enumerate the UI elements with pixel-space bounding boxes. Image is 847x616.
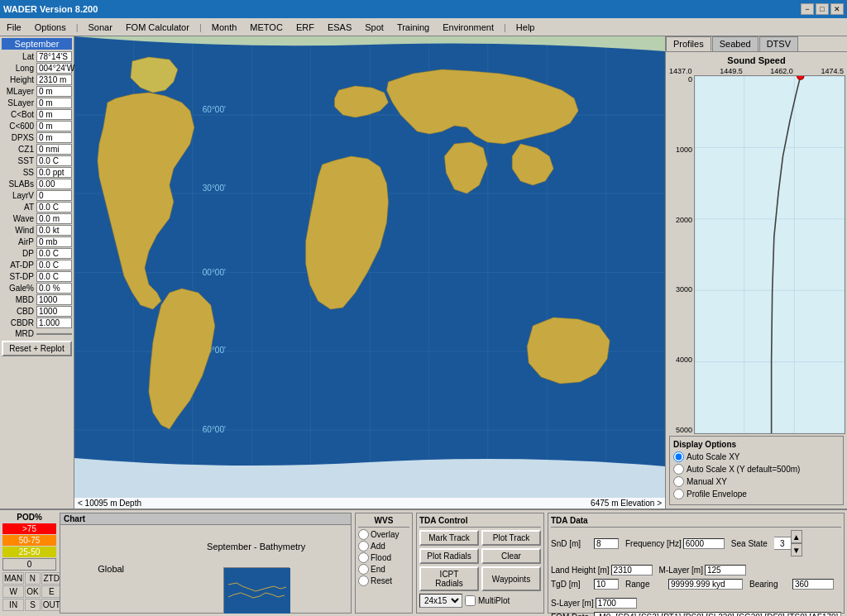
menu-bar: File Options | Sonar FOM Calculator | Mo…	[0, 18, 847, 36]
wvs-overlay-radio[interactable]	[358, 529, 369, 540]
radio-auto-xy: Auto Scale XY	[673, 451, 840, 462]
sea-state-down[interactable]: ▼	[791, 543, 802, 556]
bearing-input[interactable]	[792, 579, 834, 590]
mlayer-input[interactable]	[705, 565, 746, 575]
frequency-input[interactable]	[683, 538, 725, 549]
menu-month[interactable]: Month	[208, 21, 241, 33]
frequency-row: Frequency [Hz]	[625, 530, 725, 556]
info-value-21: 1000	[36, 294, 72, 305]
svg-text:30°00': 30°00'	[203, 184, 226, 193]
svg-text:00°00': 00°00'	[203, 268, 226, 277]
ss-x-label-3: 1474.5	[821, 67, 844, 75]
pod-cell-n[interactable]: N	[25, 572, 40, 585]
menu-help[interactable]: Help	[513, 21, 538, 33]
maximize-button[interactable]: □	[816, 3, 829, 15]
ss-x-axis: 1437.0 1449.5 1462.0 1474.5	[668, 67, 845, 75]
clear-button[interactable]: Clear	[481, 548, 541, 564]
tda-select[interactable]: 24x15	[419, 594, 462, 608]
menu-erf[interactable]: ERF	[293, 21, 318, 33]
bearing-label: Bearing	[749, 580, 791, 589]
info-value-3: 0 m	[36, 86, 72, 97]
minimize-button[interactable]: −	[801, 3, 814, 15]
radio-profile-envelope-label: Profile Envelope	[687, 489, 747, 499]
sound-speed-title: Sound Speed	[668, 54, 845, 67]
tab-dtsv[interactable]: DTSV	[759, 36, 798, 51]
info-row-height: Height2310 m	[2, 74, 72, 85]
info-label-1: Long	[2, 64, 36, 73]
close-button[interactable]: ✕	[830, 3, 844, 15]
right-panel: Profiles Seabed DTSV Sound Speed 1437.0 …	[665, 36, 847, 509]
menu-environment[interactable]: Environment	[439, 21, 497, 33]
reset-replot-button[interactable]: Reset + Replot	[2, 341, 72, 356]
chart-title[interactable]: September - Bathymetry	[203, 525, 309, 567]
freq-label: Frequency [Hz]	[625, 539, 682, 548]
wvs-add-radio[interactable]	[358, 541, 369, 552]
plot-track-button[interactable]: Plot Track	[481, 530, 541, 546]
menu-esas[interactable]: ESAS	[324, 21, 355, 33]
wvs-end: End	[358, 564, 409, 575]
menu-spot[interactable]: Spot	[361, 21, 387, 33]
pod-section: POD% >75 50-75 25-50 0 MAN N ZTD W OK E …	[2, 513, 56, 614]
land-height-input[interactable]	[611, 565, 653, 575]
menu-fom[interactable]: FOM Calculator	[122, 21, 193, 33]
snd-input[interactable]	[594, 538, 619, 549]
info-value-24	[36, 333, 72, 335]
menu-options[interactable]: Options	[31, 21, 69, 33]
wvs-flood-label: Flood	[371, 553, 391, 562]
menu-metoc[interactable]: METOC	[246, 21, 286, 33]
tgd-row: TgD [m]	[551, 579, 619, 590]
range-input[interactable]	[668, 579, 743, 590]
mark-track-button[interactable]: Mark Track	[419, 530, 479, 546]
info-row-c600: C<6000 m	[2, 121, 72, 131]
wvs-reset-radio[interactable]	[358, 575, 369, 586]
pod-cell-s[interactable]: S	[25, 599, 40, 611]
month-header: September	[2, 38, 72, 50]
waypoints-button[interactable]: Waypoints	[481, 566, 541, 591]
slayer-input[interactable]	[596, 598, 637, 609]
tab-seabed[interactable]: Seabed	[712, 36, 758, 51]
map-container[interactable]: 60°00' 30°00' 00°00' 30°00' 60°00' 150°0…	[74, 36, 665, 509]
chart-global[interactable]: Global	[60, 525, 161, 613]
plot-radials-button[interactable]: Plot Radials	[419, 548, 479, 564]
info-label-22: CBD	[2, 307, 36, 316]
radio-manual-xy-input[interactable]	[673, 476, 684, 487]
mlayer-row: M-Layer [m]	[659, 565, 746, 575]
radio-profile-envelope-input[interactable]	[673, 489, 684, 499]
display-options-box: Display Options Auto Scale XY Auto Scale…	[669, 436, 844, 505]
fom-data-input[interactable]	[594, 612, 841, 616]
wvs-end-radio[interactable]	[358, 564, 369, 575]
elevation-status: 6475 m Elevation >	[591, 499, 662, 508]
display-options-title: Display Options	[673, 440, 840, 449]
pod-cell-w[interactable]: W	[2, 585, 24, 598]
info-label-24: MRD	[2, 329, 36, 338]
info-value-10: 0.0 ppt	[36, 167, 72, 178]
icpt-radials-button[interactable]: ICPT Radials	[419, 566, 479, 591]
radio-auto-xy-input[interactable]	[673, 451, 684, 462]
depth-status: < 10095 m Depth	[78, 499, 141, 508]
wvs-flood: Flood	[358, 552, 409, 563]
pod-cell-in[interactable]: IN	[2, 599, 24, 611]
info-row-gale: Gale%0.0 %	[2, 283, 72, 294]
info-value-16: 0 mb	[36, 236, 72, 247]
wvs-reset-label: Reset	[371, 576, 392, 585]
tab-profiles[interactable]: Profiles	[666, 36, 711, 51]
radio-auto-x-input[interactable]	[673, 464, 684, 475]
pod-level-75: >75	[2, 523, 56, 534]
pod-cell-man[interactable]: MAN	[2, 572, 24, 585]
menu-file[interactable]: File	[3, 21, 25, 33]
bearing-row: Bearing	[749, 579, 834, 590]
sea-state-value: 3	[774, 537, 791, 550]
sea-state-up[interactable]: ▲	[791, 530, 802, 543]
info-row-long: Long004°24'W	[2, 63, 72, 74]
wvs-flood-radio[interactable]	[358, 552, 369, 563]
left-panel: September Lat78°14'SLong004°24'WHeight23…	[0, 36, 74, 509]
menu-sonar[interactable]: Sonar	[85, 21, 116, 33]
wvs-title: WVS	[358, 516, 409, 528]
y-label-5: 5000	[676, 426, 692, 434]
multiplot-checkbox[interactable]	[465, 595, 476, 606]
pod-cell-ok[interactable]: OK	[25, 585, 40, 598]
info-value-5: 0 m	[36, 109, 72, 120]
menu-training[interactable]: Training	[394, 21, 433, 33]
tgd-input[interactable]	[594, 579, 619, 590]
info-label-0: Lat	[2, 52, 36, 61]
